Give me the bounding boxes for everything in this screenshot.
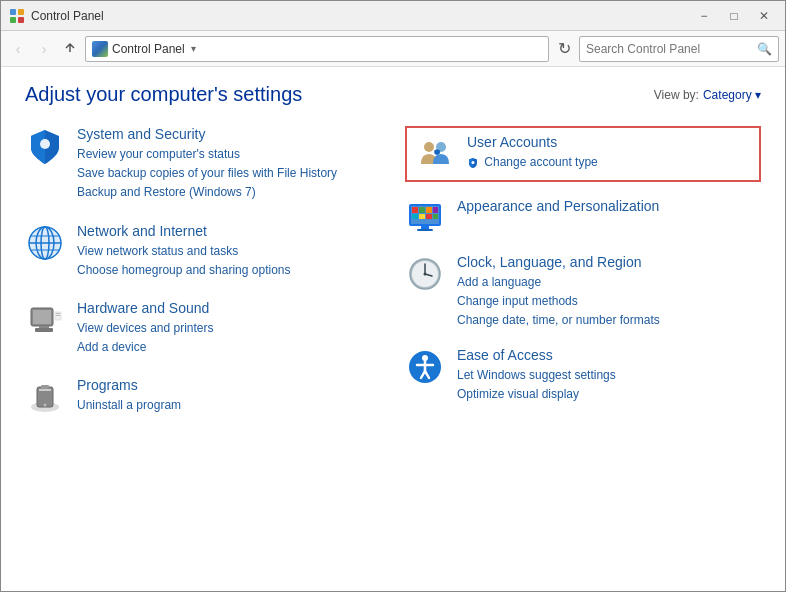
title-bar-icon xyxy=(9,8,25,24)
shield-badge-icon xyxy=(467,157,479,169)
hardware-icon xyxy=(25,300,65,340)
view-by-value[interactable]: Category ▾ xyxy=(703,88,761,102)
close-button[interactable]: ✕ xyxy=(751,6,777,26)
link-add-language[interactable]: Add a language xyxy=(457,273,660,292)
category-appearance: Appearance and Personalization xyxy=(405,198,761,238)
link-change-account-type[interactable]: Change account type xyxy=(467,153,598,172)
ease-of-access-heading[interactable]: Ease of Access xyxy=(457,347,616,363)
left-panel: System and Security Review your computer… xyxy=(25,126,385,417)
network-heading[interactable]: Network and Internet xyxy=(77,223,290,239)
address-dropdown-button[interactable]: ▾ xyxy=(189,43,198,54)
link-homegroup[interactable]: Choose homegroup and sharing options xyxy=(77,261,290,280)
clock-heading[interactable]: Clock, Language, and Region xyxy=(457,254,660,270)
link-backup-files[interactable]: Save backup copies of your files with Fi… xyxy=(77,164,337,183)
hardware-text: Hardware and Sound View devices and prin… xyxy=(77,300,214,357)
svg-point-4 xyxy=(40,139,50,149)
category-network: Network and Internet View network status… xyxy=(25,223,385,280)
svg-rect-38 xyxy=(417,229,433,231)
category-system-security: System and Security Review your computer… xyxy=(25,126,385,203)
clock-icon xyxy=(405,254,445,294)
hardware-heading[interactable]: Hardware and Sound xyxy=(77,300,214,316)
content-header: Adjust your computer's settings View by:… xyxy=(25,83,761,106)
panels: System and Security Review your computer… xyxy=(25,126,761,417)
svg-rect-30 xyxy=(419,207,425,213)
search-icon: 🔍 xyxy=(757,42,772,56)
svg-rect-0 xyxy=(10,9,16,15)
link-backup-restore[interactable]: Backup and Restore (Windows 7) xyxy=(77,183,337,202)
title-bar-controls: − □ ✕ xyxy=(691,6,777,26)
search-box[interactable]: 🔍 xyxy=(579,36,779,62)
category-ease-of-access: Ease of Access Let Windows suggest setti… xyxy=(405,347,761,404)
appearance-heading[interactable]: Appearance and Personalization xyxy=(457,198,659,214)
user-accounts-heading[interactable]: User Accounts xyxy=(467,134,598,150)
svg-point-24 xyxy=(424,142,434,152)
category-clock: Clock, Language, and Region Add a langua… xyxy=(405,254,761,331)
link-add-device[interactable]: Add a device xyxy=(77,338,214,357)
minimize-button[interactable]: − xyxy=(691,6,717,26)
programs-text: Programs Uninstall a program xyxy=(77,377,181,415)
user-accounts-text: User Accounts Change account type xyxy=(467,134,598,172)
link-devices-printers[interactable]: View devices and printers xyxy=(77,319,214,338)
link-change-input[interactable]: Change input methods xyxy=(457,292,660,311)
link-windows-suggest[interactable]: Let Windows suggest settings xyxy=(457,366,616,385)
ease-of-access-text: Ease of Access Let Windows suggest setti… xyxy=(457,347,616,404)
page-title: Adjust your computer's settings xyxy=(25,83,302,106)
svg-rect-23 xyxy=(41,385,49,389)
svg-rect-35 xyxy=(426,214,432,219)
refresh-button[interactable]: ↻ xyxy=(553,38,575,60)
ease-of-access-icon xyxy=(405,347,445,387)
svg-rect-33 xyxy=(412,214,418,219)
view-by-label: View by: xyxy=(654,88,699,102)
svg-rect-18 xyxy=(56,315,60,316)
svg-rect-17 xyxy=(56,313,60,314)
address-path-text: Control Panel xyxy=(112,42,185,56)
clock-text: Clock, Language, and Region Add a langua… xyxy=(457,254,660,331)
title-bar-title: Control Panel xyxy=(31,9,104,23)
appearance-text: Appearance and Personalization xyxy=(457,198,659,217)
svg-rect-32 xyxy=(433,207,438,213)
network-icon xyxy=(25,223,65,263)
svg-rect-31 xyxy=(426,207,432,213)
category-user-accounts[interactable]: User Accounts Change account type xyxy=(405,126,761,182)
view-by: View by: Category ▾ xyxy=(654,88,761,102)
address-path-icon xyxy=(92,41,108,57)
svg-point-43 xyxy=(424,273,427,276)
svg-rect-3 xyxy=(18,17,24,23)
svg-rect-21 xyxy=(39,389,51,391)
system-security-heading[interactable]: System and Security xyxy=(77,126,337,142)
programs-icon xyxy=(25,377,65,417)
up-icon xyxy=(63,42,77,56)
title-bar: Control Panel − □ ✕ xyxy=(1,1,785,31)
svg-point-22 xyxy=(44,404,47,407)
category-programs: Programs Uninstall a program xyxy=(25,377,385,417)
search-input[interactable] xyxy=(586,42,753,56)
programs-heading[interactable]: Programs xyxy=(77,377,181,393)
svg-point-26 xyxy=(472,161,475,164)
svg-rect-36 xyxy=(433,214,438,219)
back-button[interactable]: ‹ xyxy=(7,38,29,60)
maximize-button[interactable]: □ xyxy=(721,6,747,26)
network-text: Network and Internet View network status… xyxy=(77,223,290,280)
address-bar: ‹ › Control Panel ▾ ↻ 🔍 xyxy=(1,31,785,67)
appearance-icon xyxy=(405,198,445,238)
up-button[interactable] xyxy=(59,38,81,60)
forward-button[interactable]: › xyxy=(33,38,55,60)
svg-rect-29 xyxy=(412,207,418,213)
system-security-text: System and Security Review your computer… xyxy=(77,126,337,203)
link-change-date[interactable]: Change date, time, or number formats xyxy=(457,311,660,330)
user-accounts-icon xyxy=(415,134,455,174)
category-hardware: Hardware and Sound View devices and prin… xyxy=(25,300,385,357)
link-network-status[interactable]: View network status and tasks xyxy=(77,242,290,261)
svg-rect-34 xyxy=(419,214,425,219)
svg-rect-15 xyxy=(39,326,49,328)
main-content: Adjust your computer's settings View by:… xyxy=(1,67,785,433)
link-review-status[interactable]: Review your computer's status xyxy=(77,145,337,164)
system-security-icon xyxy=(25,126,65,166)
address-path[interactable]: Control Panel ▾ xyxy=(85,36,549,62)
svg-rect-2 xyxy=(10,17,16,23)
link-optimize-display[interactable]: Optimize visual display xyxy=(457,385,616,404)
right-panel: User Accounts Change account type xyxy=(385,126,761,417)
svg-rect-1 xyxy=(18,9,24,15)
svg-rect-14 xyxy=(35,328,53,332)
link-uninstall[interactable]: Uninstall a program xyxy=(77,396,181,415)
